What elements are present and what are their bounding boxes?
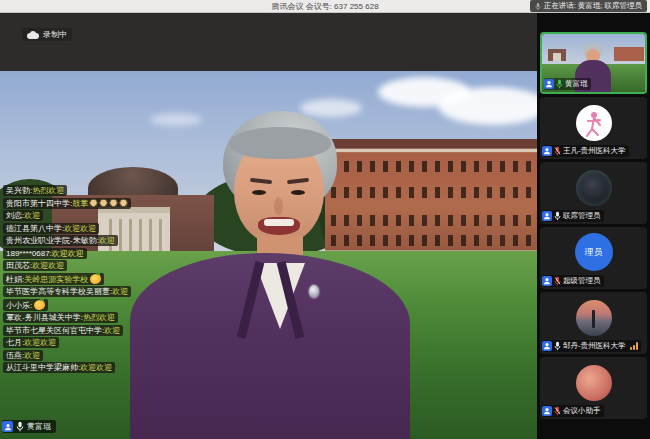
member-icon: [542, 276, 552, 286]
speaker-person: [130, 111, 410, 439]
chat-message: 田茂芯: 欢迎欢迎: [3, 260, 67, 271]
chat-message: 贵阳市第十四中学: 鼓掌: [3, 198, 131, 209]
chat-message: 从江斗里中学梁麻帅: 欢迎欢迎: [3, 362, 115, 373]
chat-overlay: 吴兴勃: 热烈欢迎 贵阳市第十四中学: 鼓掌 刘恋: 欢迎 德江县第八中学: 欢…: [3, 185, 131, 375]
ballerina-avatar: [576, 105, 612, 141]
mic-muted-icon: [554, 276, 561, 286]
chat-message: 189****0687: 欢迎欢迎: [3, 248, 87, 259]
avatar-initials: 理员: [585, 246, 603, 259]
participants-sidebar: 黄富琨 王凡-贵州医科大学: [537, 13, 650, 439]
clap-emoji: [119, 199, 128, 208]
tile-label: 会议小助手: [542, 405, 604, 417]
chat-message: 七月: 欢迎欢迎: [3, 337, 59, 348]
pink-photo-avatar: [576, 365, 612, 401]
chat-message: 覃欢-务川县城关中学: 热烈欢迎: [3, 312, 118, 323]
chat-message: 小小乐:: [3, 299, 48, 311]
main-speaker-video[interactable]: 吴兴勃: 热烈欢迎 贵阳市第十四中学: 鼓掌 刘恋: 欢迎 德江县第八中学: 欢…: [0, 71, 537, 439]
chat-message: 德江县第八中学: 欢迎欢迎: [3, 223, 99, 234]
mic-active-icon: [556, 79, 563, 89]
participant-tile-zoudan[interactable]: 邹丹-贵州医科大学: [540, 292, 647, 354]
speaking-indicator-badge: 正在讲话: 黄富琨; 联席管理员: [530, 0, 647, 12]
tile-label: 超级管理员: [542, 275, 604, 287]
main-pane: 录制中: [0, 13, 537, 439]
speaking-indicator-text: 正在讲话: 黄富琨; 联席管理员: [544, 1, 642, 11]
participant-tile-cohost[interactable]: 联席管理员: [540, 162, 647, 224]
member-icon: [2, 421, 13, 432]
mic-on-icon: [554, 211, 561, 221]
initials-avatar: 理员: [575, 233, 613, 271]
participant-name: 王凡-贵州医科大学: [563, 146, 626, 156]
participant-name: 联席管理员: [563, 211, 601, 221]
chat-message: 吴兴勃: 热烈欢迎: [3, 185, 67, 196]
meeting-window: 腾讯会议 会议号: 637 255 628 正在讲话: 黄富琨; 联席管理员 录…: [0, 0, 650, 439]
member-icon: [542, 406, 552, 416]
mango-emoji: [34, 300, 45, 310]
mic-muted-icon: [554, 406, 561, 416]
participant-tile-assistant[interactable]: 会议小助手: [540, 357, 647, 419]
recording-indicator[interactable]: 录制中: [22, 28, 72, 41]
sunset-photo-avatar: [576, 300, 612, 336]
brooch: [309, 285, 319, 298]
chat-message: 毕节市七星关区何官屯中学: 欢迎: [3, 325, 123, 336]
participant-tile-wangfan[interactable]: 王凡-贵州医科大学: [540, 97, 647, 159]
recording-label: 录制中: [43, 29, 67, 40]
mic-muted-icon: [554, 146, 561, 156]
participant-name: 超级管理员: [563, 276, 601, 286]
tile-label: 王凡-贵州医科大学: [542, 145, 629, 157]
cloud-shape: [438, 87, 537, 125]
member-icon: [544, 79, 554, 89]
chat-message: 毕节医学高等专科学校吴丽薏: 欢迎: [3, 286, 131, 297]
participant-name: 邹丹-贵州医科大学: [563, 341, 626, 351]
chat-message: 伍燕: 欢迎: [3, 350, 43, 361]
mic-icon: [535, 2, 541, 11]
participant-tile-huangfukun[interactable]: 黄富琨: [540, 32, 647, 94]
mango-emoji: [90, 274, 101, 284]
signal-icon: [630, 342, 638, 350]
clap-emoji: [109, 199, 118, 208]
participant-name: 会议小助手: [563, 406, 601, 416]
cloud-recording-icon: [27, 31, 39, 39]
tile-label: 邹丹-贵州医科大学: [542, 340, 641, 352]
mouth: [258, 217, 300, 235]
participant-name: 黄富琨: [565, 79, 588, 89]
bangs: [229, 127, 331, 159]
tile-label: 黄富琨: [544, 78, 591, 90]
member-icon: [542, 146, 552, 156]
chat-message: 刘恋: 欢迎: [3, 210, 43, 221]
member-icon: [542, 211, 552, 221]
clap-emoji: [99, 199, 108, 208]
tile-label: 联席管理员: [542, 210, 604, 222]
participant-tile-admin[interactable]: 理员 超级管理员: [540, 227, 647, 289]
speaker-name: 黄富琨: [27, 421, 51, 432]
speaker-name-badge: 黄富琨: [2, 420, 56, 433]
mic-on-icon: [16, 421, 24, 432]
chat-message: 贵州农业职业学院-朱敏勃: 欢迎: [3, 235, 118, 246]
chat-message: 杜娟: 关岭思源实验学校: [3, 273, 104, 285]
mic-on-icon: [554, 341, 561, 351]
clap-emoji: [89, 199, 98, 208]
dark-photo-avatar: [576, 170, 612, 206]
member-icon: [542, 341, 552, 351]
